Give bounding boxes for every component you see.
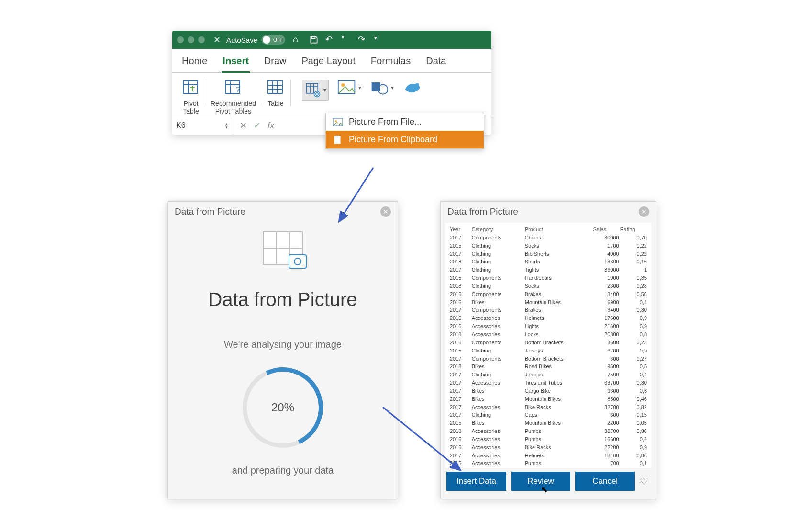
tab-data[interactable]: Data xyxy=(425,54,447,72)
undo-chevron-icon[interactable]: ▾ xyxy=(342,35,351,45)
table-row[interactable]: 2016AccessoriesBike Racks222000,9 xyxy=(449,443,647,452)
data-from-picture-icon xyxy=(304,82,322,98)
table-row[interactable]: 2015ClothingSocks17000,22 xyxy=(449,242,647,250)
svg-point-24 xyxy=(335,120,337,122)
table-row[interactable]: 2017AccessoriesBike Racks327000,82 xyxy=(449,403,647,411)
svg-rect-0 xyxy=(312,36,315,38)
titlebar: ✕ AutoSave OFF ⌂ ↶ ▾ ↷ ▾ xyxy=(172,31,491,49)
table-row[interactable]: 2016BikesMountain Bikes69000,4 xyxy=(449,298,647,307)
home-icon[interactable]: ⌂ xyxy=(293,35,302,45)
data-from-picture-icon xyxy=(263,231,303,265)
table-row[interactable]: 2018ClothingShorts133000,16 xyxy=(449,258,647,266)
table-row[interactable]: 2015ClothingTights19000,3 xyxy=(449,467,647,468)
table-row[interactable]: 2017BikesMountain Bikes85000,46 xyxy=(449,395,647,403)
table-header: Rating xyxy=(620,226,647,234)
ribbon: Pivot Table ? Recommended Pivot Tables T… xyxy=(172,73,491,116)
pictures-button[interactable]: ▾ xyxy=(337,80,361,96)
clipboard-icon xyxy=(333,136,343,144)
table-row[interactable]: 2015ComponentsHandlebars10000,35 xyxy=(449,274,647,282)
picture-file-icon xyxy=(333,118,343,126)
cancel-formula-icon[interactable]: ✕ xyxy=(240,120,247,131)
progress-value: 20% xyxy=(271,401,294,414)
panel-heading: Data from Picture xyxy=(208,289,357,310)
panel-title: Data from Picture xyxy=(447,206,518,217)
table-row[interactable]: 2017ClothingCaps6000,15 xyxy=(449,411,647,419)
preview-table[interactable]: YearCategoryProductSalesRating 2017Compo… xyxy=(445,223,651,468)
name-box[interactable]: K6 ▲▼ xyxy=(172,116,233,135)
table-row[interactable]: 2016AccessoriesLights216000,9 xyxy=(449,322,647,330)
close-icon[interactable]: ✕ xyxy=(639,206,649,217)
tab-draw[interactable]: Draw xyxy=(263,54,288,72)
table-row[interactable]: 2018AccessoriesLocks208000,8 xyxy=(449,330,647,339)
save-icon[interactable] xyxy=(309,35,319,45)
table-row[interactable]: 2016AccessoriesPumps166000,4 xyxy=(449,435,647,443)
panel-title: Data from Picture xyxy=(175,206,245,217)
table-row[interactable]: 2016AccessoriesHelmets176000,9 xyxy=(449,314,647,322)
table-icon xyxy=(266,78,286,98)
analysing-panel: Data from Picture ✕ Data from Picture We… xyxy=(167,201,398,499)
traffic-close[interactable] xyxy=(177,36,184,43)
fx-icon[interactable]: fx xyxy=(267,121,274,131)
table-row[interactable]: 2015ClothingJerseys67000,9 xyxy=(449,347,647,355)
table-header: Year xyxy=(449,226,471,234)
recommended-pivot-icon: ? xyxy=(223,78,243,98)
table-header: Product xyxy=(524,226,593,234)
table-row[interactable]: 2017ClothingJerseys75000,4 xyxy=(449,371,647,379)
undo-icon[interactable]: ↶ xyxy=(325,35,335,45)
table-row[interactable]: 2017AccessoriesTires and Tubes637000,30 xyxy=(449,379,647,387)
table-row[interactable]: 2017ClothingTights360001 xyxy=(449,266,647,274)
quick-access-toolbar: ⌂ ↶ ▾ ↷ ▾ xyxy=(293,35,384,45)
picture-from-clipboard-item[interactable]: Picture From Clipboard xyxy=(326,131,484,148)
flow-arrow-2 xyxy=(378,402,469,479)
picture-from-file-item[interactable]: Picture From File... xyxy=(326,113,484,131)
tab-page-layout[interactable]: Page Layout xyxy=(301,54,356,72)
bird-icon xyxy=(402,80,422,96)
window-controls xyxy=(177,36,205,43)
table-header: Category xyxy=(471,226,524,234)
table-row[interactable]: 2017ComponentsBrakes34000,30 xyxy=(449,306,647,314)
table-row[interactable]: 2016ComponentsBottom Brackets36000,23 xyxy=(449,339,647,347)
recommended-pivot-button[interactable]: ? Recommended Pivot Tables xyxy=(206,78,261,115)
accept-formula-icon[interactable]: ✓ xyxy=(254,120,261,131)
table-row[interactable]: 2017ClothingBib Shorts40000,22 xyxy=(449,250,647,258)
table-header: Sales xyxy=(592,226,619,234)
tab-insert[interactable]: Insert xyxy=(222,54,249,73)
icons-button[interactable] xyxy=(402,80,422,96)
namebox-stepper[interactable]: ▲▼ xyxy=(224,123,229,129)
svg-rect-8 xyxy=(268,81,282,93)
tab-home[interactable]: Home xyxy=(181,54,208,72)
traffic-max[interactable] xyxy=(198,36,205,43)
qat-customize-icon[interactable]: ▾ xyxy=(374,35,384,45)
table-row[interactable]: 2017AccessoriesHelmets184000,86 xyxy=(449,452,647,460)
table-row[interactable]: 2017ComponentsBottom Brackets6000,27 xyxy=(449,355,647,363)
svg-point-20 xyxy=(341,83,345,87)
analysing-line1: We're analysing your image xyxy=(224,339,342,350)
table-row[interactable]: 2017BikesCargo Bike93000,6 xyxy=(449,387,647,395)
picture-from-data-button[interactable]: ▾ xyxy=(302,80,329,101)
table-row[interactable]: 2018BikesRoad Bikes95000,5 xyxy=(449,363,647,371)
progress-ring: 20% xyxy=(243,367,323,448)
review-button[interactable]: Review ⬉ xyxy=(511,472,571,491)
cancel-button[interactable]: Cancel xyxy=(575,472,635,491)
result-panel: Data from Picture ✕ YearCategoryProductS… xyxy=(440,201,656,499)
table-row[interactable]: 2015AccessoriesPumps7000,1 xyxy=(449,459,647,467)
table-row[interactable]: 2017ComponentsChains300000,70 xyxy=(449,234,647,242)
table-row[interactable]: 2015BikesMountain Bikes22000,05 xyxy=(449,419,647,427)
shapes-button[interactable]: ▾ xyxy=(370,80,394,96)
traffic-min[interactable] xyxy=(188,36,194,43)
illustrations-group: ▾ ▾ ▾ xyxy=(290,78,488,115)
close-icon[interactable]: ✕ xyxy=(213,34,221,45)
tab-formulas[interactable]: Formulas xyxy=(370,54,412,72)
redo-icon[interactable]: ↷ xyxy=(358,35,367,45)
lightbulb-icon[interactable]: ♡ xyxy=(640,476,650,487)
table-row[interactable]: 2018AccessoriesPumps307000,86 xyxy=(449,427,647,435)
svg-point-17 xyxy=(314,91,320,97)
autosave-toggle[interactable]: AutoSave OFF xyxy=(226,35,285,45)
table-row[interactable]: 2018ClothingSocks23000,28 xyxy=(449,282,647,290)
table-row[interactable]: 2016ComponentsBrakes34000,56 xyxy=(449,290,647,298)
pivot-table-icon xyxy=(181,78,201,98)
toggle-switch[interactable]: OFF xyxy=(261,35,285,45)
shapes-icon xyxy=(370,80,389,96)
table-button[interactable]: Table xyxy=(261,78,290,115)
pivot-table-button[interactable]: Pivot Table xyxy=(176,78,206,115)
